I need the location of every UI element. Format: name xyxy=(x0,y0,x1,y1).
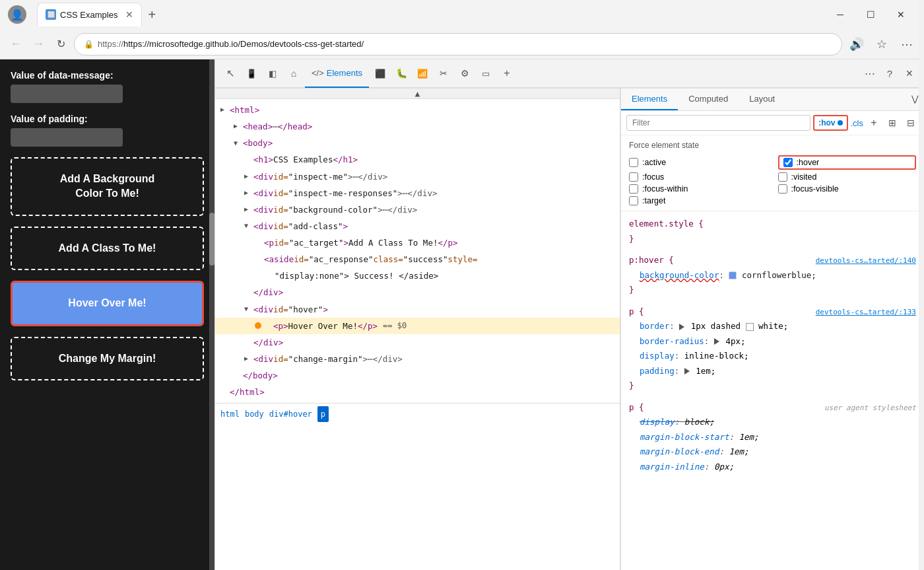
p-agent-source: user agent stylesheet xyxy=(824,402,916,415)
read-aloud-button[interactable]: 🔊 xyxy=(846,34,867,55)
home-tool[interactable]: ⌂ xyxy=(284,63,304,83)
css-rule-p-hover: p:hover { devtools-cs…tarted/:140 backgr… xyxy=(629,253,916,298)
border-radius-prop: border-radius: 4px; xyxy=(640,334,916,349)
add-background-color-box[interactable]: Add A BackgroundColor To Me! xyxy=(11,157,204,216)
elements-tab[interactable]: </> Elements xyxy=(305,59,369,88)
html-line-ac-target[interactable]: <p id= "ac_target" > Add A Class To Me! … xyxy=(215,234,620,251)
target-checkbox[interactable] xyxy=(629,196,638,205)
url-bar[interactable]: 🔒 https://https://microsoftedge.github.i… xyxy=(74,33,842,55)
html-line-ac-response[interactable]: <aside id= "ac_response" class= "success… xyxy=(215,251,620,267)
close-devtools-button[interactable]: ✕ xyxy=(900,64,919,83)
p-hover-selector-row: p:hover { devtools-cs…tarted/:140 xyxy=(629,253,916,268)
change-margin-box[interactable]: Change My Margin! xyxy=(11,337,204,380)
performance-tool[interactable]: ✂ xyxy=(434,63,453,83)
html-scroll-up[interactable]: ▲ xyxy=(215,89,620,99)
html-line-head[interactable]: ▶ <head> ⋯ </head> xyxy=(215,118,620,135)
style-export-button[interactable]: ⊟ xyxy=(903,115,919,131)
address-bar: ← → ↻ 🔒 https://https://microsoftedge.gi… xyxy=(0,29,924,59)
focus-visible-checkbox[interactable] xyxy=(778,184,787,194)
css-rules-section: element.style { } p:hover { devtools-cs…… xyxy=(621,211,924,570)
security-tool[interactable]: ▭ xyxy=(476,63,496,83)
layout-tool[interactable]: ◧ xyxy=(263,63,282,83)
profile-avatar[interactable]: 👤 xyxy=(8,5,26,24)
breadcrumb-html[interactable]: html xyxy=(220,407,240,421)
html-line-inspect-me-resp[interactable]: ▶ <div id= "inspect-me-responses" >⋯</di… xyxy=(215,185,620,201)
network-tool[interactable]: 📶 xyxy=(412,63,432,83)
favorites-button[interactable]: ☆ xyxy=(871,34,892,55)
html-line-display-none[interactable]: "display:none"> Success! </aside> xyxy=(215,267,620,284)
webpage-scrollbar[interactable] xyxy=(209,59,214,570)
force-state-title: Force element state xyxy=(629,141,916,150)
minimize-button[interactable]: ─ xyxy=(825,4,855,25)
padding-name: padding xyxy=(640,366,675,376)
styles-filter-input[interactable] xyxy=(626,115,810,131)
html-tree-panel: ▲ ▶ <html> ▶ <head> ⋯ </head> xyxy=(215,89,620,570)
settings-tool[interactable]: ⚙ xyxy=(455,63,475,83)
new-tab-button[interactable]: + xyxy=(142,3,162,26)
add-class-box[interactable]: Add A Class To Me! xyxy=(11,227,204,270)
html-line-body[interactable]: ▼ <body> xyxy=(215,135,620,151)
html-line-close-body[interactable]: </body> xyxy=(215,367,620,384)
maximize-button[interactable]: ☐ xyxy=(855,4,886,25)
active-checkbox[interactable] xyxy=(629,158,638,167)
hover-checkbox[interactable] xyxy=(783,158,793,167)
html-line-hover-p[interactable]: <p> Hover Over Me! </p> == $0 xyxy=(215,318,620,334)
help-button[interactable]: ? xyxy=(880,64,899,83)
css-rule-p: p { devtools-cs…tarted/:133 border: 1px … xyxy=(629,304,916,394)
html-line-bg-color[interactable]: ▶ <div id= "background-color" >⋯</div> xyxy=(215,201,620,218)
expand-arrow: ▶ xyxy=(220,104,230,116)
style-source-button[interactable]: ⊞ xyxy=(884,115,900,131)
state-hover: :hover xyxy=(778,155,917,170)
layout-tab[interactable]: Layout xyxy=(739,89,785,110)
cornflowerblue-swatch[interactable] xyxy=(729,271,737,279)
scrollbar-thumb[interactable] xyxy=(209,213,214,266)
active-tab[interactable]: ⬜ CSS Examples ✕ xyxy=(37,3,142,26)
add-style-button[interactable]: + xyxy=(866,115,882,131)
title-bar: 👤 ⬜ CSS Examples ✕ + ─ ☐ ✕ xyxy=(0,0,924,29)
computed-tab[interactable]: Computed xyxy=(678,89,739,110)
html-line-change-margin[interactable]: ▶ <div id= "change-margin" >⋯</div> xyxy=(215,351,620,367)
border-triangle[interactable] xyxy=(679,324,684,330)
more-tools-button[interactable]: ⋯ xyxy=(861,67,879,80)
html-line-hover[interactable]: ▼ <div id= "hover" > xyxy=(215,301,620,318)
tab-close-button[interactable]: ✕ xyxy=(125,9,133,20)
p-source[interactable]: devtools-cs…tarted/:133 xyxy=(816,306,916,319)
breadcrumb-p[interactable]: p xyxy=(317,406,329,422)
breadcrumb-div-hover[interactable]: div#hover xyxy=(269,407,312,421)
more-button[interactable]: ⋯ xyxy=(896,34,917,55)
border-radius-triangle[interactable] xyxy=(714,338,719,345)
hover-over-me-box[interactable]: Hover Over Me! xyxy=(11,281,204,326)
element-style-selector: element.style { xyxy=(629,217,704,232)
mbe-name: margin-block-end xyxy=(640,446,719,456)
styles-panel: Elements Computed Layout ⋁ :hov xyxy=(620,89,924,570)
breadcrumb-body[interactable]: body xyxy=(245,407,264,421)
cls-button[interactable]: .cls xyxy=(851,118,864,128)
force-element-state-section: Force element state :active :hover xyxy=(621,135,924,211)
p-hover-source[interactable]: devtools-cs…tarted/:140 xyxy=(816,254,916,267)
html-line-close-div[interactable]: </div> xyxy=(215,284,620,301)
close-button[interactable]: ✕ xyxy=(886,4,916,25)
inspect-tool[interactable]: ↖ xyxy=(220,63,240,83)
focus-checkbox[interactable] xyxy=(629,172,638,182)
html-line-inspect-me[interactable]: ▶ <div id= "inspect-me" >⋯</div> xyxy=(215,168,620,185)
margin-inline-prop: margin-inline: 0px; xyxy=(640,460,916,475)
styles-tab[interactable]: Elements xyxy=(621,89,678,110)
back-button[interactable]: ← xyxy=(7,35,25,53)
hov-button[interactable]: :hov xyxy=(813,115,847,131)
refresh-button[interactable]: ↻ xyxy=(51,35,70,53)
focus-within-checkbox[interactable] xyxy=(629,184,638,194)
css-rule-element-style: element.style { } xyxy=(629,217,916,246)
visited-checkbox[interactable] xyxy=(778,172,787,182)
forward-button[interactable]: → xyxy=(29,35,48,53)
add-tool[interactable]: + xyxy=(497,63,517,83)
expand-arrow-head: ▶ xyxy=(234,120,243,133)
console-tool[interactable]: ⬛ xyxy=(370,63,390,83)
html-line-add-class[interactable]: ▼ <div id= "add-class" > xyxy=(215,218,620,234)
html-line-html[interactable]: ▶ <html> xyxy=(215,102,620,118)
device-tool[interactable]: 📱 xyxy=(242,63,261,83)
html-line-close-html[interactable]: </html> xyxy=(215,384,620,400)
html-line-close-hover-div[interactable]: </div> xyxy=(215,334,620,351)
bug-tool[interactable]: 🐛 xyxy=(391,63,411,83)
html-line-h1[interactable]: <h1>CSS Examples</h1> xyxy=(215,151,620,168)
padding-triangle[interactable] xyxy=(684,368,690,374)
